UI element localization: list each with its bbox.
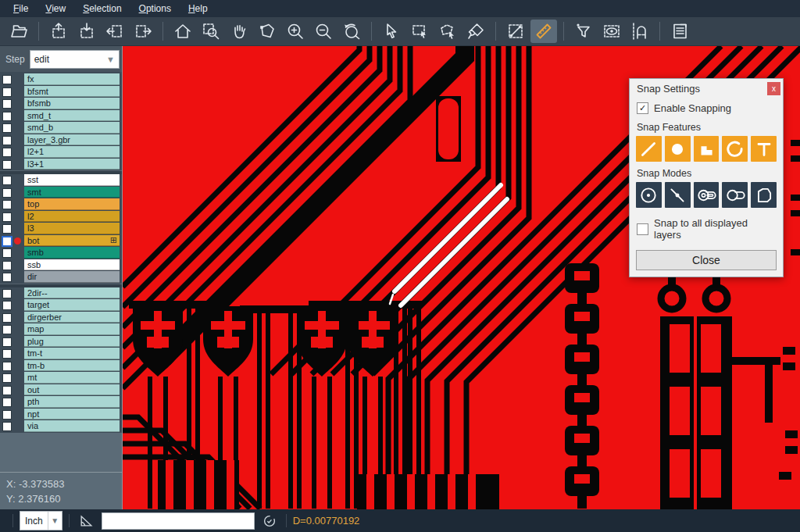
menu-options[interactable]: Options: [130, 0, 180, 17]
step-combobox[interactable]: edit ▼: [30, 50, 120, 69]
layer-row-dirgerber[interactable]: dirgerber: [0, 312, 122, 324]
layer-row-ssb[interactable]: ssb: [0, 259, 122, 272]
unit-combobox[interactable]: Inch ▼: [20, 511, 62, 530]
snap-pad-icon[interactable]: [665, 136, 691, 162]
layer-checkbox[interactable]: [2, 87, 12, 97]
layer-row-2dir--[interactable]: 2dir--: [0, 287, 122, 300]
layer-checkbox[interactable]: [2, 289, 12, 298]
enable-snapping-checkbox[interactable]: ✓: [637, 102, 648, 114]
layer-checkbox[interactable]: [2, 112, 12, 121]
apply-check-icon[interactable]: [262, 514, 277, 528]
snap-all-layers-checkbox[interactable]: [637, 223, 648, 235]
layer-checkbox[interactable]: [2, 386, 12, 395]
snap-surface-icon[interactable]: [694, 136, 720, 162]
select-rectangle-icon[interactable]: [406, 20, 433, 43]
layer-row-via[interactable]: via: [0, 420, 122, 433]
layer-checkbox[interactable]: [2, 410, 12, 420]
layer-checkbox[interactable]: [2, 273, 12, 282]
layer-checkbox[interactable]: [2, 237, 12, 246]
layer-row-bfsmb[interactable]: bfsmb: [0, 98, 122, 110]
layer-checkbox[interactable]: [2, 176, 12, 185]
snap-arc-icon[interactable]: [722, 136, 748, 162]
snap-pad-outline-icon[interactable]: [722, 182, 748, 208]
layer-row-npt[interactable]: npt: [0, 409, 122, 421]
layer-row-bot[interactable]: bot⊞: [0, 235, 122, 248]
layer-row-fx[interactable]: fx: [0, 73, 122, 86]
layer-checkbox[interactable]: [2, 75, 12, 84]
layer-row-target[interactable]: target: [0, 299, 122, 312]
clear-brush-icon[interactable]: [462, 20, 489, 43]
zoom-out-icon[interactable]: [310, 20, 337, 43]
layer-row-top[interactable]: top: [0, 198, 122, 211]
layer-checkbox[interactable]: [2, 188, 12, 198]
layer-checkbox[interactable]: [2, 200, 12, 209]
layer-checkbox[interactable]: [2, 349, 12, 359]
pan-hand-icon[interactable]: [226, 20, 252, 43]
layer-checkbox[interactable]: [2, 136, 12, 145]
report-icon[interactable]: [666, 20, 693, 43]
menu-help[interactable]: Help: [180, 0, 216, 17]
layer-row-bfsmt[interactable]: bfsmt: [0, 86, 122, 98]
layer-row-smb[interactable]: smb: [0, 247, 122, 259]
layer-row-pth[interactable]: pth: [0, 396, 122, 409]
view-eye-icon[interactable]: [598, 20, 625, 43]
menu-file[interactable]: File: [5, 0, 37, 17]
layer-checkbox[interactable]: [2, 337, 12, 347]
layer-checkbox[interactable]: [2, 301, 12, 310]
layer-checkbox[interactable]: [2, 398, 12, 407]
layer-checkbox[interactable]: [2, 261, 12, 270]
layer-row-l2[interactable]: l2: [0, 211, 122, 223]
layer-row-l3+1[interactable]: l3+1: [0, 159, 122, 171]
layer-row-plug[interactable]: plug: [0, 336, 122, 348]
layer-checkbox[interactable]: [2, 160, 12, 170]
snap-text-icon[interactable]: [751, 136, 777, 162]
zoom-polygon-icon[interactable]: [254, 20, 280, 43]
layer-checkbox[interactable]: [2, 362, 12, 371]
snap-center-icon[interactable]: [636, 182, 662, 208]
layer-row-smt[interactable]: smt: [0, 187, 122, 199]
grid-icon[interactable]: ⊞: [110, 235, 117, 245]
layer-checkbox[interactable]: [2, 313, 12, 323]
layer-checkbox[interactable]: [2, 224, 12, 234]
layer-row-layer_3.gbr[interactable]: layer_3.gbr: [0, 134, 122, 147]
layer-row-l3[interactable]: l3: [0, 223, 122, 235]
layer-checkbox[interactable]: [2, 373, 12, 383]
pan-right-icon[interactable]: [130, 20, 156, 43]
layer-checkbox[interactable]: [2, 422, 12, 431]
layer-checkbox[interactable]: [2, 123, 12, 133]
layer-row-out[interactable]: out: [0, 384, 122, 397]
ruler-icon[interactable]: [530, 20, 557, 43]
layer-row-sst[interactable]: sst: [0, 174, 122, 187]
snap-line-icon[interactable]: [636, 136, 662, 162]
measure-distance-icon[interactable]: [502, 20, 529, 43]
menu-view[interactable]: View: [37, 0, 74, 17]
select-cursor-icon[interactable]: [378, 20, 405, 43]
home-icon[interactable]: [170, 20, 196, 43]
layer-row-tm-b[interactable]: tm-b: [0, 360, 122, 373]
layer-row-l2+1[interactable]: l2+1: [0, 146, 122, 159]
layer-checkbox[interactable]: [2, 248, 12, 258]
pan-up-icon[interactable]: [45, 20, 72, 43]
snap-closest-point-icon[interactable]: [665, 182, 691, 208]
snap-pad-hole-icon[interactable]: [694, 182, 720, 208]
pan-down-icon[interactable]: [73, 20, 100, 43]
close-icon[interactable]: x: [767, 82, 780, 95]
close-button[interactable]: Close: [636, 250, 777, 270]
layer-checkbox[interactable]: [2, 148, 12, 157]
open-folder-icon[interactable]: [5, 20, 32, 43]
layer-checkbox[interactable]: [2, 99, 12, 109]
snap-contour-icon[interactable]: [751, 182, 777, 208]
snap-magnet-icon[interactable]: [627, 20, 653, 43]
command-input[interactable]: [102, 512, 255, 530]
filter-icon[interactable]: [570, 20, 597, 43]
layer-checkbox[interactable]: [2, 325, 12, 334]
select-polygon-icon[interactable]: [434, 20, 461, 43]
layer-row-dir[interactable]: dir: [0, 271, 122, 284]
layer-row-smd_b[interactable]: smd_b: [0, 122, 122, 134]
layer-checkbox[interactable]: [2, 212, 12, 222]
layer-row-tm-t[interactable]: tm-t: [0, 348, 122, 360]
menu-selection[interactable]: Selection: [74, 0, 130, 17]
zoom-in-icon[interactable]: [282, 20, 309, 43]
layer-row-smd_t[interactable]: smd_t: [0, 110, 122, 123]
pan-left-icon[interactable]: [102, 20, 128, 43]
